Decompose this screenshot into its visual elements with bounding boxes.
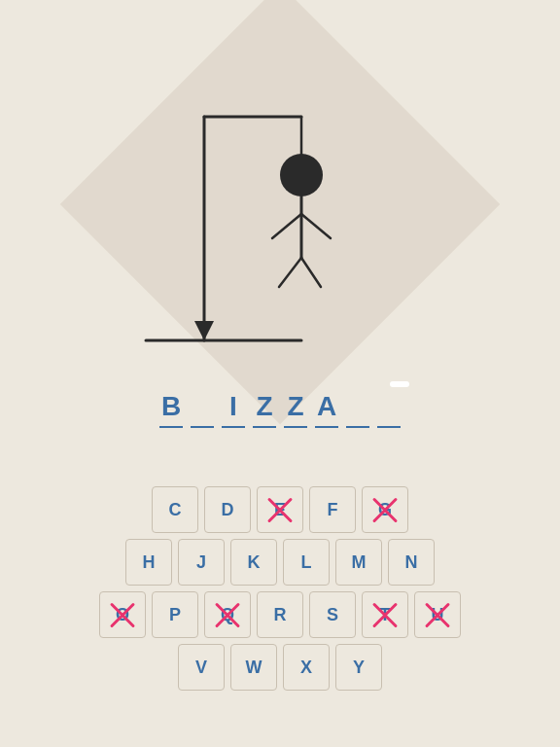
hangman-drawing xyxy=(126,78,360,370)
letter-char: I xyxy=(229,389,237,424)
keyboard-row: HJKLMN xyxy=(125,539,435,586)
key-e[interactable]: E xyxy=(257,486,303,533)
key-t[interactable]: T xyxy=(362,591,408,638)
key-q[interactable]: Q xyxy=(204,591,251,638)
letter-char: Z xyxy=(256,389,272,424)
letter-slot xyxy=(375,389,402,428)
letter-char: B xyxy=(161,389,181,424)
letter-underline xyxy=(315,426,338,428)
letter-underline xyxy=(377,426,401,428)
key-d[interactable]: D xyxy=(204,486,251,533)
key-w[interactable]: W xyxy=(230,644,277,691)
key-r[interactable]: R xyxy=(257,591,303,638)
letter-char: A xyxy=(317,389,336,424)
letter-slot: I xyxy=(220,389,247,428)
svg-line-7 xyxy=(301,214,331,238)
letter-slot: B xyxy=(158,389,185,428)
letter-underline xyxy=(284,426,307,428)
keyboard: CDEFGHJKLMNOPQRSTUVWXY xyxy=(0,486,560,691)
key-s[interactable]: S xyxy=(309,591,356,638)
svg-marker-10 xyxy=(194,321,214,340)
key-f[interactable]: F xyxy=(309,486,356,533)
key-n[interactable]: N xyxy=(388,539,435,586)
cross-mark xyxy=(100,592,145,637)
svg-line-6 xyxy=(272,214,301,238)
letter-underline xyxy=(253,426,276,428)
svg-line-8 xyxy=(279,258,301,287)
key-v[interactable]: V xyxy=(178,644,225,691)
key-o[interactable]: O xyxy=(99,591,146,638)
word-display: BIZZA xyxy=(0,379,560,428)
key-u[interactable]: U xyxy=(414,591,461,638)
letter-slot xyxy=(189,389,216,428)
key-j[interactable]: J xyxy=(178,539,225,586)
letter-slot: Z xyxy=(282,389,309,428)
cross-mark xyxy=(415,592,460,637)
keyboard-row: CDEFG xyxy=(152,486,408,533)
key-g[interactable]: G xyxy=(362,486,408,533)
key-y[interactable]: Y xyxy=(335,644,382,691)
key-h[interactable]: H xyxy=(125,539,172,586)
key-k[interactable]: K xyxy=(230,539,277,586)
letter-slot xyxy=(344,389,371,428)
cross-mark xyxy=(258,487,302,532)
letter-underline xyxy=(159,426,183,428)
key-c[interactable]: C xyxy=(152,486,198,533)
key-p[interactable]: P xyxy=(152,591,198,638)
letter-char: Z xyxy=(287,389,303,424)
letter-slot: A xyxy=(313,389,340,428)
keyboard-row: OPQRSTU xyxy=(99,591,461,638)
letter-slot: Z xyxy=(251,389,278,428)
letter-underline xyxy=(222,426,245,428)
key-x[interactable]: X xyxy=(283,644,330,691)
svg-point-4 xyxy=(280,154,323,196)
letter-underline xyxy=(346,426,369,428)
cross-mark xyxy=(363,592,407,637)
keyboard-row: VWXY xyxy=(178,644,382,691)
word-hint xyxy=(390,381,409,387)
svg-line-9 xyxy=(301,258,321,287)
cross-mark xyxy=(205,592,250,637)
key-m[interactable]: M xyxy=(335,539,382,586)
cross-mark xyxy=(363,487,407,532)
key-l[interactable]: L xyxy=(283,539,330,586)
letter-underline xyxy=(191,426,214,428)
